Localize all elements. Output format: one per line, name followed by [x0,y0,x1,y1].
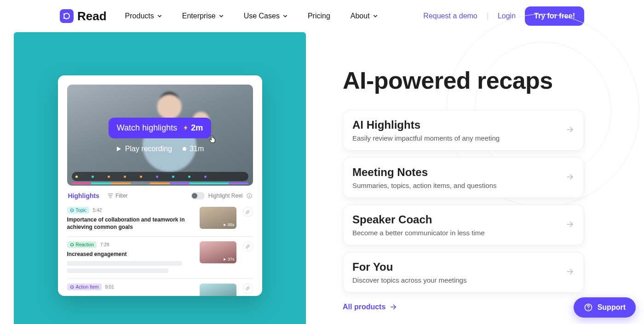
nav-about[interactable]: About [351,12,378,20]
highlight-reel-label: Highlight Reel [208,193,243,199]
tag-icon [70,243,74,247]
svg-point-1 [183,147,186,151]
timeline-segment [170,182,190,184]
card-title: Meeting Notes [352,166,556,179]
timeline-segment [91,182,111,184]
copy-link-icon[interactable] [243,284,253,294]
nav-label: About [351,12,370,20]
timeline-dot [140,176,142,178]
timeline-segment [209,182,229,184]
highlight-thumbnail[interactable] [200,284,236,296]
timeline-dot [124,176,126,178]
nav-label: Enterprise [182,12,216,20]
card-desc: Summaries, topics, action items, and que… [352,182,556,189]
nav-label: Use Cases [244,12,280,20]
player-card: Watch highlights 2m Play recording [58,75,262,296]
feature-cards: AI Highlights Easily review impactful mo… [343,110,584,293]
highlight-time: 5:42 [93,208,102,213]
hero-headline: AI-powered recaps [343,67,584,94]
brand-name: Read [77,9,107,23]
timeline-dot [156,176,158,178]
arrow-right-icon [565,267,575,278]
play-recording-label: Play recording [125,145,172,153]
recording-duration: 31m [182,145,204,153]
nav-divider: | [487,12,489,20]
bolt-icon [183,125,189,131]
card-title: Speaker Coach [352,213,556,226]
card-title: For You [352,261,556,273]
svg-point-4 [70,244,73,246]
tag-icon [70,208,74,212]
watch-highlights-button[interactable]: Watch highlights 2m [109,118,211,138]
card-desc: Discover topics across your meetings [352,276,556,284]
highlights-tab[interactable]: Highlights [68,192,99,199]
card-meeting-notes[interactable]: Meeting Notes Summaries, topics, action … [343,157,584,198]
nav-products[interactable]: Products [125,12,162,20]
timeline-segment [72,182,92,184]
highlight-item[interactable]: Reaction7:29Increased engagement37s [67,237,253,279]
support-button[interactable]: Support [574,297,636,318]
highlight-thumbnail[interactable]: 55s [200,207,236,229]
copy-link-icon[interactable] [243,241,253,251]
highlight-text: Increased engagement [67,250,187,258]
highlights-duration: 2m [183,123,203,133]
timeline-dot [172,176,174,178]
highlights-list: Topic5:42Importance of collaboration and… [67,202,253,296]
highlight-thumbnail[interactable]: 37s [200,241,236,263]
highlight-item[interactable]: Topic5:42Importance of collaboration and… [67,202,253,237]
filter-button[interactable]: Filter [108,193,128,199]
timeline-dot [188,176,190,178]
video-overlay: Watch highlights 2m Play recording [67,85,253,186]
video-secondary-row: Play recording 31m [116,145,204,153]
timeline-dot [92,176,94,178]
tag-icon [70,285,74,289]
play-icon [116,146,121,152]
timeline-dot [75,176,78,178]
request-demo-link[interactable]: Request a demo [423,12,477,20]
chevron-down-icon [219,14,224,18]
nav-pricing[interactable]: Pricing [308,12,330,20]
hero-visual: Watch highlights 2m Play recording [14,32,306,324]
arrow-right-icon [565,125,575,136]
highlights-header: Highlights Filter Highlight Reel [67,186,253,202]
video-preview: Watch highlights 2m Play recording [67,85,253,186]
timeline-segment [131,182,150,184]
timeline-dot [204,176,207,178]
svg-point-5 [70,285,73,288]
highlight-reel-toggle[interactable] [191,192,205,199]
video-timeline[interactable] [72,172,248,181]
timeline-segments [72,182,248,184]
card-speaker-coach[interactable]: Speaker Coach Become a better communicat… [343,205,584,245]
highlight-tag: Topic [67,207,89,214]
brand-icon [60,9,74,23]
timeline-segment [111,182,131,184]
timeline-dot [108,176,110,178]
play-recording-button[interactable]: Play recording [116,145,172,153]
highlight-tag: Reaction [67,241,97,248]
chevron-down-icon [157,14,162,18]
card-title: AI Highlights [352,119,556,131]
card-desc: Easily review impactful moments of any m… [352,134,556,142]
timeline-segment [229,182,248,184]
copy-link-icon[interactable] [243,207,253,217]
highlight-text: Importance of collaboration and teamwork… [67,216,187,231]
nav-enterprise[interactable]: Enterprise [182,12,224,20]
hero-bg: Watch highlights 2m Play recording [14,32,306,324]
all-products-link[interactable]: All products [343,303,584,311]
cursor-icon [207,135,218,145]
card-ai-highlights[interactable]: AI Highlights Easily review impactful mo… [343,110,584,151]
highlight-item[interactable]: Action Item9:01 [67,279,253,296]
info-icon[interactable] [247,193,252,199]
help-icon [584,303,593,312]
card-for-you[interactable]: For You Discover topics across your meet… [343,252,584,293]
watch-highlights-label: Watch highlights [117,123,177,133]
card-desc: Become a better communicator in less tim… [352,229,556,237]
arrow-right-icon [565,220,575,231]
filter-icon [108,193,113,198]
highlight-time: 7:29 [100,242,109,247]
nav-use-cases[interactable]: Use Cases [244,12,288,20]
highlight-tag: Action Item [67,284,102,290]
brand-logo[interactable]: Read [60,9,107,23]
nav-label: Products [125,12,154,20]
svg-point-3 [70,209,73,212]
